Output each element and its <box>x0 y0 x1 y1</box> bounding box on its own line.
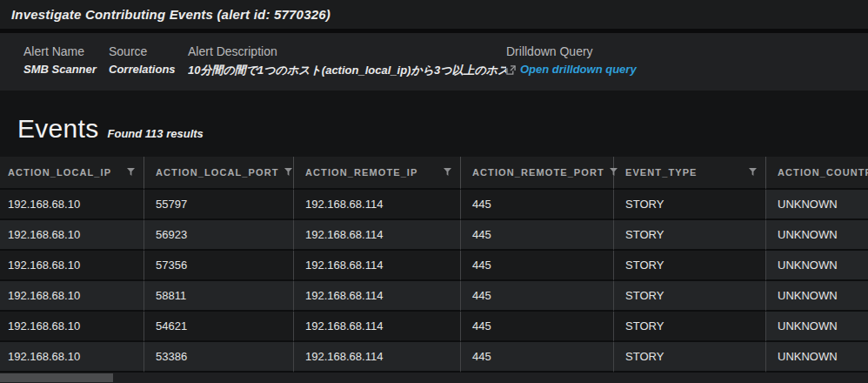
table-row[interactable]: 192.168.68.1053386192.168.68.114445STORY… <box>0 342 868 373</box>
source-label: Source <box>109 44 188 58</box>
events-section-header: Events Found 113 results <box>0 91 868 157</box>
horizontal-scrollbar[interactable] <box>0 373 868 383</box>
table-cell: 57356 <box>144 251 294 281</box>
table-cell: 192.168.68.10 <box>0 251 144 281</box>
table-cell: 445 <box>461 312 614 342</box>
column-header-label: ACTION_LOCAL_IP <box>8 167 111 178</box>
table-cell: STORY <box>614 281 766 312</box>
table-row[interactable]: 192.168.68.1057356192.168.68.114445STORY… <box>0 251 868 281</box>
table-cell: 445 <box>461 220 614 251</box>
column-header-action_local_port[interactable]: ACTION_LOCAL_PORT <box>144 157 294 190</box>
table-cell: 55797 <box>144 190 294 220</box>
table-cell: STORY <box>614 251 766 281</box>
table-cell: 192.168.68.10 <box>0 220 144 251</box>
table-cell: 192.168.68.114 <box>294 281 461 312</box>
table-cell: 445 <box>461 281 614 312</box>
table-cell: 192.168.68.10 <box>0 190 144 220</box>
table-cell: 192.168.68.10 <box>0 312 144 342</box>
table-cell: 192.168.68.10 <box>0 281 144 312</box>
events-title: Events <box>17 114 99 144</box>
alert-description-value: 10分間の間で1つのホスト(action_local_ip)から3つ以上のホスト… <box>188 63 506 78</box>
table-cell: 53386 <box>144 342 294 373</box>
table-cell: 58811 <box>144 281 294 312</box>
table-header-row: ACTION_LOCAL_IPACTION_LOCAL_PORTACTION_R… <box>0 157 868 190</box>
table-cell: STORY <box>614 312 766 342</box>
table-cell: 192.168.68.114 <box>294 312 461 342</box>
filter-icon[interactable] <box>127 168 135 177</box>
results-count: Found 113 results <box>108 127 204 140</box>
table-cell: 192.168.68.114 <box>294 342 461 373</box>
column-header-action_remote_port[interactable]: ACTION_REMOTE_PORT <box>461 157 614 190</box>
table-cell: 445 <box>461 190 614 220</box>
column-header-action_country[interactable]: ACTION_COUNTRY <box>766 157 868 190</box>
table-cell: 192.168.68.10 <box>0 342 144 373</box>
table-cell: 192.168.68.114 <box>294 251 461 281</box>
table-row[interactable]: 192.168.68.1058811192.168.68.114445STORY… <box>0 281 868 312</box>
table-cell: STORY <box>614 220 766 251</box>
alert-name-field: Alert Name SMB Scanner <box>23 44 109 91</box>
source-field: Source Correlations <box>109 44 188 91</box>
filter-icon[interactable] <box>284 168 292 177</box>
table-cell: UNKNOWN <box>766 281 868 312</box>
source-value: Correlations <box>109 63 188 76</box>
table-cell: 445 <box>461 342 614 373</box>
table-row[interactable]: 192.168.68.1055797192.168.68.114445STORY… <box>0 190 868 220</box>
table-cell: UNKNOWN <box>766 220 868 251</box>
table-cell: 445 <box>461 251 614 281</box>
table-cell: UNKNOWN <box>766 342 868 373</box>
alert-description-label: Alert Description <box>188 44 506 58</box>
table-cell: STORY <box>614 342 766 373</box>
table-row[interactable]: 192.168.68.1056923192.168.68.114445STORY… <box>0 220 868 251</box>
table-cell: STORY <box>614 190 766 220</box>
table-cell: 56923 <box>144 220 294 251</box>
external-link-icon <box>506 65 516 75</box>
drilldown-query-field: Drilldown Query Open drilldown query <box>506 44 637 91</box>
column-header-label: ACTION_LOCAL_PORT <box>156 167 279 178</box>
table-cell: 192.168.68.114 <box>294 220 461 251</box>
filter-icon[interactable] <box>749 168 757 177</box>
open-drilldown-link[interactable]: Open drilldown query <box>520 63 637 76</box>
column-header-action_local_ip[interactable]: ACTION_LOCAL_IP <box>0 157 144 190</box>
alert-name-value: SMB Scanner <box>23 63 109 76</box>
filter-icon[interactable] <box>444 168 451 177</box>
events-table-viewport: ACTION_LOCAL_IPACTION_LOCAL_PORTACTION_R… <box>0 157 868 373</box>
drilldown-query-label: Drilldown Query <box>506 44 637 58</box>
filter-icon[interactable] <box>610 168 618 177</box>
column-header-label: EVENT_TYPE <box>625 167 698 178</box>
table-cell: 54621 <box>144 312 294 342</box>
alert-description-field: Alert Description 10分間の間で1つのホスト(action_l… <box>188 44 506 91</box>
alert-info-band: Alert Name SMB Scanner Source Correlatio… <box>0 33 868 91</box>
events-table: ACTION_LOCAL_IPACTION_LOCAL_PORTACTION_R… <box>0 157 868 373</box>
panel-title: Investigate Contributing Events (alert i… <box>11 7 331 22</box>
column-header-event_type[interactable]: EVENT_TYPE <box>614 157 766 190</box>
column-header-action_remote_ip[interactable]: ACTION_REMOTE_IP <box>294 157 461 190</box>
alert-name-label: Alert Name <box>23 44 109 58</box>
column-header-label: ACTION_REMOTE_IP <box>305 167 417 178</box>
table-row[interactable]: 192.168.68.1054621192.168.68.114445STORY… <box>0 312 868 342</box>
panel-titlebar: Investigate Contributing Events (alert i… <box>0 0 868 29</box>
table-cell: UNKNOWN <box>766 312 868 342</box>
table-cell: UNKNOWN <box>766 190 868 220</box>
column-header-label: ACTION_COUNTRY <box>778 167 868 178</box>
table-cell: UNKNOWN <box>766 251 868 281</box>
table-cell: 192.168.68.114 <box>294 190 461 220</box>
column-header-label: ACTION_REMOTE_PORT <box>472 167 604 178</box>
events-table-body: 192.168.68.1055797192.168.68.114445STORY… <box>0 190 868 373</box>
horizontal-scrollbar-thumb[interactable] <box>0 373 113 382</box>
